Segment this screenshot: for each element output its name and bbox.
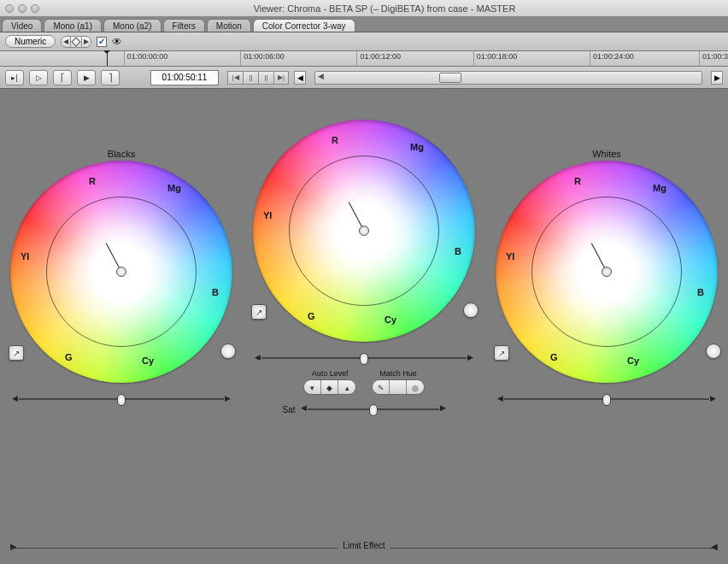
auto-white-button[interactable]: ▴ bbox=[338, 380, 355, 395]
tab-color-corrector-3way[interactable]: Color Corrector 3-way bbox=[253, 19, 355, 32]
timecode-field[interactable]: 01:00:50:11 bbox=[150, 70, 219, 85]
blacks-eyedropper-button[interactable] bbox=[220, 344, 236, 359]
blacks-color-wheel[interactable]: R Mg B Cy G Yl bbox=[10, 161, 232, 383]
mark-out-button[interactable]: ⎤ bbox=[101, 70, 120, 85]
window-title: Viewer: Chroma - BETA SP (– DigiBETA) fr… bbox=[46, 3, 723, 14]
blacks-balance-handle[interactable] bbox=[116, 267, 126, 277]
add-keyframe-button[interactable] bbox=[71, 36, 81, 48]
wheel-label-mg: Mg bbox=[410, 142, 424, 152]
whites-slider-thumb[interactable] bbox=[602, 394, 611, 406]
wheel-label-r: R bbox=[89, 176, 96, 186]
mids-level-slider[interactable] bbox=[255, 352, 473, 364]
tab-filters[interactable]: Filters bbox=[163, 19, 205, 32]
slider-inc-icon[interactable] bbox=[710, 393, 716, 402]
scrub-right-button[interactable]: ▶ bbox=[711, 71, 723, 85]
tab-mono-a1[interactable]: Mono (a1) bbox=[44, 19, 102, 32]
enable-checkbox[interactable]: ✔ bbox=[97, 37, 107, 47]
saturation-row: Sat bbox=[282, 403, 445, 415]
prev-keyframe-button[interactable]: ◀ bbox=[61, 36, 71, 48]
blacks-column: Blacks R Mg B Cy G Yl ↗ bbox=[5, 149, 238, 415]
whites-color-wheel[interactable]: R Mg B Cy G Yl bbox=[496, 161, 718, 383]
color-corrector-panel: Blacks R Mg B Cy G Yl ↗ bbox=[0, 89, 728, 564]
match-hue-group: Match Hue ✎ ◎ bbox=[372, 369, 425, 395]
slider-inc-icon[interactable] bbox=[440, 403, 446, 412]
whites-eyedropper-button[interactable] bbox=[706, 344, 721, 359]
blacks-label: Blacks bbox=[108, 149, 135, 159]
next-keyframe-button[interactable]: ▶ bbox=[81, 36, 91, 48]
ruler-tick: 01:00:12:00 bbox=[356, 51, 401, 66]
wheel-label-r: R bbox=[574, 176, 581, 186]
wheel-label-yl: Yl bbox=[21, 251, 29, 261]
wheel-label-mg: Mg bbox=[653, 183, 666, 193]
blacks-level-slider[interactable] bbox=[12, 393, 231, 405]
numeric-button[interactable]: Numeric bbox=[5, 35, 56, 48]
zoom-window-icon[interactable] bbox=[31, 4, 39, 13]
wheel-label-yl: Yl bbox=[506, 251, 514, 261]
mids-balance-handle[interactable] bbox=[359, 226, 369, 236]
auto-contrast-button[interactable]: ◆ bbox=[321, 380, 338, 395]
blacks-slider-thumb[interactable] bbox=[117, 394, 126, 406]
play-button[interactable]: ▶ bbox=[77, 70, 96, 85]
mids-eyedropper-button[interactable] bbox=[463, 303, 478, 318]
slider-inc-icon[interactable] bbox=[225, 393, 231, 402]
whites-column: Whites R Mg B Cy G Yl ↗ bbox=[490, 149, 723, 415]
tab-video[interactable]: Video bbox=[2, 19, 42, 32]
select-eyedropper-button[interactable]: ✎ bbox=[373, 380, 390, 395]
playhead-icon[interactable] bbox=[107, 51, 108, 66]
whites-balance-handle[interactable] bbox=[602, 267, 612, 277]
slider-dec-icon[interactable] bbox=[255, 352, 261, 361]
traffic-lights bbox=[5, 4, 39, 13]
auto-black-button[interactable]: ▾ bbox=[304, 380, 321, 395]
whites-level-slider[interactable] bbox=[497, 393, 716, 405]
mark-in-button[interactable]: ⎡ bbox=[53, 70, 72, 85]
wheel-label-mg: Mg bbox=[167, 183, 181, 193]
go-to-in-button[interactable]: ▸| bbox=[5, 70, 24, 85]
limit-effect-disclosure[interactable]: Limit Effect bbox=[10, 542, 718, 554]
limit-expand-right-icon bbox=[711, 542, 718, 551]
mids-color-wheel[interactable]: R Mg B Cy G Yl bbox=[253, 120, 475, 342]
play-in-to-out-button[interactable]: ▷ bbox=[29, 70, 48, 85]
wheel-label-cy: Cy bbox=[142, 355, 154, 366]
transport-row: ▸| ▷ ⎡ ▶ ⎤ 01:00:50:11 |◀||||▶| ◀ ▶ bbox=[0, 67, 728, 89]
slider-inc-icon[interactable] bbox=[467, 352, 473, 361]
wheel-label-g: G bbox=[308, 311, 315, 321]
ruler-tick: 01:00:00:00 bbox=[124, 51, 168, 66]
auto-level-group: Auto Level ▾ ◆ ▴ bbox=[303, 369, 356, 395]
sat-slider-thumb[interactable] bbox=[369, 404, 378, 416]
scrub-left-button[interactable]: ◀ bbox=[294, 71, 306, 85]
mids-slider-thumb[interactable] bbox=[360, 353, 368, 365]
wheel-label-g: G bbox=[550, 352, 558, 362]
wheel-label-cy: Cy bbox=[627, 355, 639, 366]
slider-dec-icon[interactable] bbox=[12, 393, 18, 402]
tab-mono-a2[interactable]: Mono (a2) bbox=[103, 19, 161, 32]
visibility-icon[interactable]: 👁 bbox=[112, 36, 122, 48]
match-hue-toggle[interactable]: ◎ bbox=[407, 380, 424, 395]
minimize-window-icon[interactable] bbox=[18, 4, 26, 13]
slider-dec-icon[interactable] bbox=[497, 393, 503, 402]
window-titlebar: Viewer: Chroma - BETA SP (– DigiBETA) fr… bbox=[0, 0, 728, 17]
ruler-tick: 01:00:06:00 bbox=[240, 51, 285, 66]
mids-column: Mids R Mg B Cy G Yl ↗ bbox=[248, 149, 480, 415]
shuttle-control[interactable]: |◀||||▶| bbox=[227, 71, 289, 85]
wheel-label-cy: Cy bbox=[385, 314, 396, 325]
jog-handle[interactable] bbox=[439, 73, 461, 83]
slider-dec-icon[interactable] bbox=[301, 403, 307, 412]
blacks-reset-button[interactable]: ↗ bbox=[9, 345, 24, 361]
tab-motion[interactable]: Motion bbox=[207, 19, 251, 32]
mids-reset-button[interactable]: ↗ bbox=[251, 304, 267, 320]
whites-label: Whites bbox=[592, 149, 621, 159]
sat-label: Sat bbox=[282, 405, 295, 414]
jog-scrubber[interactable] bbox=[314, 71, 702, 85]
wheel-label-b: B bbox=[212, 287, 219, 297]
ruler-tick: 01:00:30:0 bbox=[699, 51, 728, 66]
match-hue-label: Match Hue bbox=[379, 369, 417, 378]
wheel-label-b: B bbox=[455, 246, 461, 256]
match-color-swatch[interactable] bbox=[390, 380, 407, 395]
close-window-icon[interactable] bbox=[5, 4, 14, 13]
mids-wheel-wrap: R Mg B Cy G Yl ↗ bbox=[253, 120, 475, 342]
limit-effect-label: Limit Effect bbox=[338, 541, 390, 550]
timeline-ruler[interactable]: 01:00:00:00 01:00:06:00 01:00:12:00 01:0… bbox=[0, 51, 728, 67]
sat-slider[interactable] bbox=[301, 403, 446, 415]
whites-reset-button[interactable]: ↗ bbox=[494, 345, 509, 361]
limit-expand-left-icon bbox=[10, 542, 17, 551]
